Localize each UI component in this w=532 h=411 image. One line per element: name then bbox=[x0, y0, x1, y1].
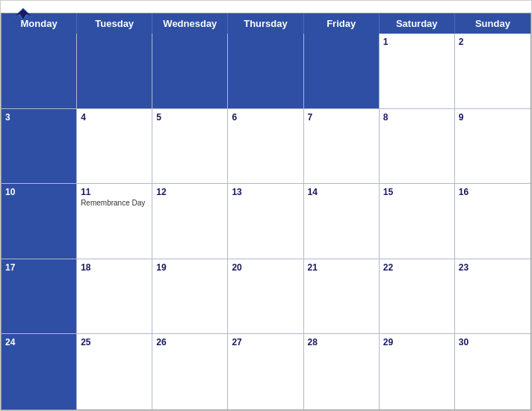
calendar-body: Monday Tuesday Wednesday Thursday Friday… bbox=[1, 13, 531, 410]
calendar-day-cell: 26 bbox=[152, 334, 228, 410]
day-number: 12 bbox=[156, 187, 223, 197]
day-number: 1 bbox=[383, 37, 451, 47]
calendar-day-cell: 1 bbox=[380, 34, 455, 109]
calendar-day-cell: 21 bbox=[304, 259, 380, 335]
calendar-day-cell: 29 bbox=[380, 334, 455, 410]
svg-marker-1 bbox=[15, 9, 31, 19]
day-number: 13 bbox=[232, 187, 299, 197]
calendar-day-cell: 22 bbox=[380, 259, 455, 335]
calendar-day-cell: 9 bbox=[455, 109, 531, 185]
day-number: 28 bbox=[308, 337, 375, 347]
holiday-label: Remembrance Day bbox=[81, 198, 148, 208]
day-number: 26 bbox=[156, 337, 223, 347]
day-thursday: Thursday bbox=[228, 13, 303, 34]
calendar-day-cell bbox=[304, 34, 380, 109]
calendar-day-cell: 27 bbox=[228, 334, 303, 410]
day-number: 23 bbox=[459, 262, 527, 273]
calendar-day-cell: 5 bbox=[152, 109, 228, 185]
day-number: 9 bbox=[459, 112, 527, 123]
calendar-day-cell: 17 bbox=[1, 259, 77, 335]
calendar-day-cell: 2 bbox=[455, 34, 531, 109]
day-number: 14 bbox=[308, 187, 375, 197]
day-friday: Friday bbox=[304, 13, 380, 34]
calendar-day-cell: 18 bbox=[77, 259, 152, 335]
calendar-header bbox=[1, 1, 531, 13]
day-number: 18 bbox=[81, 262, 148, 273]
calendar-day-cell: 20 bbox=[228, 259, 303, 335]
day-wednesday: Wednesday bbox=[152, 13, 228, 34]
day-number: 10 bbox=[5, 187, 72, 197]
day-saturday: Saturday bbox=[380, 13, 455, 34]
day-number: 22 bbox=[383, 262, 451, 273]
calendar-day-cell: 7 bbox=[304, 109, 380, 185]
day-number: 30 bbox=[459, 337, 527, 347]
day-number: 19 bbox=[156, 262, 223, 273]
calendar-day-cell: 23 bbox=[455, 259, 531, 335]
day-number: 20 bbox=[232, 262, 299, 273]
calendar-day-cell bbox=[152, 34, 228, 109]
calendar-day-cell: 15 bbox=[380, 184, 455, 259]
day-number: 4 bbox=[81, 112, 148, 123]
calendar-day-cell: 19 bbox=[152, 259, 228, 335]
day-number: 29 bbox=[383, 337, 451, 347]
day-number: 21 bbox=[308, 262, 375, 273]
calendar-day-cell: 4 bbox=[77, 109, 152, 185]
day-number: 17 bbox=[5, 262, 72, 273]
calendar: Monday Tuesday Wednesday Thursday Friday… bbox=[0, 0, 532, 411]
day-number: 11 bbox=[81, 187, 148, 197]
calendar-day-cell: 13 bbox=[228, 184, 303, 259]
calendar-day-cell: 8 bbox=[380, 109, 455, 185]
calendar-day-cell: 16 bbox=[455, 184, 531, 259]
day-number: 25 bbox=[81, 337, 148, 347]
logo bbox=[13, 7, 34, 22]
calendar-day-cell: 10 bbox=[1, 184, 77, 259]
calendar-day-cell: 24 bbox=[1, 334, 77, 410]
day-number: 7 bbox=[308, 112, 375, 123]
calendar-day-cell: 11Remembrance Day bbox=[77, 184, 152, 259]
day-number: 24 bbox=[5, 337, 72, 347]
calendar-day-cell: 14 bbox=[304, 184, 380, 259]
calendar-day-cell: 30 bbox=[455, 334, 531, 410]
logo-bird-icon bbox=[13, 7, 34, 22]
day-number: 8 bbox=[383, 112, 451, 123]
calendar-grid: 1234567891011Remembrance Day121314151617… bbox=[1, 34, 531, 410]
calendar-day-cell bbox=[228, 34, 303, 109]
day-tuesday: Tuesday bbox=[77, 13, 152, 34]
calendar-day-cell: 6 bbox=[228, 109, 303, 185]
calendar-day-cell: 12 bbox=[152, 184, 228, 259]
day-number: 3 bbox=[5, 112, 72, 123]
day-number: 6 bbox=[232, 112, 299, 123]
calendar-day-cell: 28 bbox=[304, 334, 380, 410]
day-number: 27 bbox=[232, 337, 299, 347]
calendar-day-cell: 3 bbox=[1, 109, 77, 185]
day-number: 15 bbox=[383, 187, 451, 197]
calendar-day-cell: 25 bbox=[77, 334, 152, 410]
day-number: 5 bbox=[156, 112, 223, 123]
calendar-day-cell bbox=[1, 34, 77, 109]
day-number: 2 bbox=[459, 37, 527, 47]
day-sunday: Sunday bbox=[455, 13, 531, 34]
calendar-day-cell bbox=[77, 34, 152, 109]
day-headers: Monday Tuesday Wednesday Thursday Friday… bbox=[1, 13, 531, 34]
day-number: 16 bbox=[459, 187, 527, 197]
